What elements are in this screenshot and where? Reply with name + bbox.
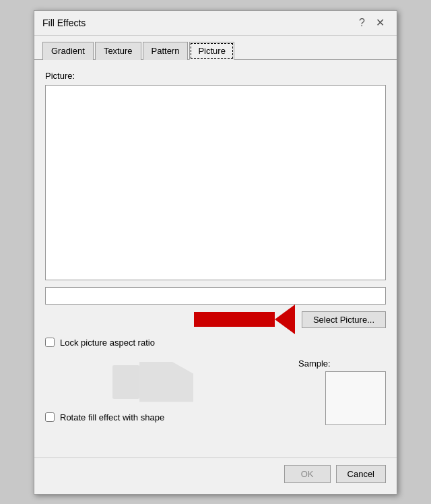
button-bar: OK Cancel xyxy=(34,458,397,494)
select-picture-button[interactable]: Select Picture... xyxy=(302,311,386,328)
tab-picture[interactable]: Picture xyxy=(189,42,234,60)
fill-effects-dialog: Fill Effects ? ✕ Gradient Texture Patter… xyxy=(34,10,397,495)
lock-aspect-label: Lock picture aspect ratio xyxy=(60,338,155,348)
title-actions: ? ✕ xyxy=(355,16,389,30)
cancel-button[interactable]: Cancel xyxy=(336,465,386,483)
picture-preview-area xyxy=(45,85,386,280)
bottom-section: Rotate fill effect with shape Sample: xyxy=(45,358,386,433)
lock-aspect-row: Lock picture aspect ratio xyxy=(45,338,386,348)
sample-label: Sample: xyxy=(298,358,331,369)
tab-pattern[interactable]: Pattern xyxy=(143,42,189,60)
tab-content: Picture: Select Picture... Lock picture … xyxy=(34,60,397,458)
sample-box xyxy=(325,371,386,425)
rotate-fill-checkbox[interactable] xyxy=(45,412,55,422)
title-bar: Fill Effects ? ✕ xyxy=(34,11,397,36)
rotate-fill-row: Rotate fill effect with shape xyxy=(45,412,298,422)
watermark-shape-left xyxy=(112,365,139,399)
close-button[interactable]: ✕ xyxy=(372,16,389,30)
picture-label: Picture: xyxy=(45,71,386,81)
watermark-shape-right xyxy=(139,362,193,402)
lock-aspect-checkbox[interactable] xyxy=(45,338,55,347)
tab-gradient[interactable]: Gradient xyxy=(42,42,94,60)
help-button[interactable]: ? xyxy=(355,16,369,30)
arrow-body xyxy=(194,312,275,327)
bottom-left: Rotate fill effect with shape xyxy=(45,358,298,433)
watermark-area xyxy=(45,358,220,406)
tab-texture[interactable]: Texture xyxy=(95,42,141,60)
dialog-title: Fill Effects xyxy=(42,18,86,28)
tabs-bar: Gradient Texture Pattern Picture xyxy=(34,36,397,60)
title-bar-left: Fill Effects xyxy=(42,18,86,28)
select-picture-row: Select Picture... xyxy=(45,311,386,328)
filename-input[interactable] xyxy=(45,287,386,305)
ok-button[interactable]: OK xyxy=(284,465,331,483)
arrow-head xyxy=(275,305,295,334)
rotate-fill-label: Rotate fill effect with shape xyxy=(60,412,164,422)
arrow-indicator xyxy=(194,305,295,334)
sample-area: Sample: xyxy=(298,358,386,425)
